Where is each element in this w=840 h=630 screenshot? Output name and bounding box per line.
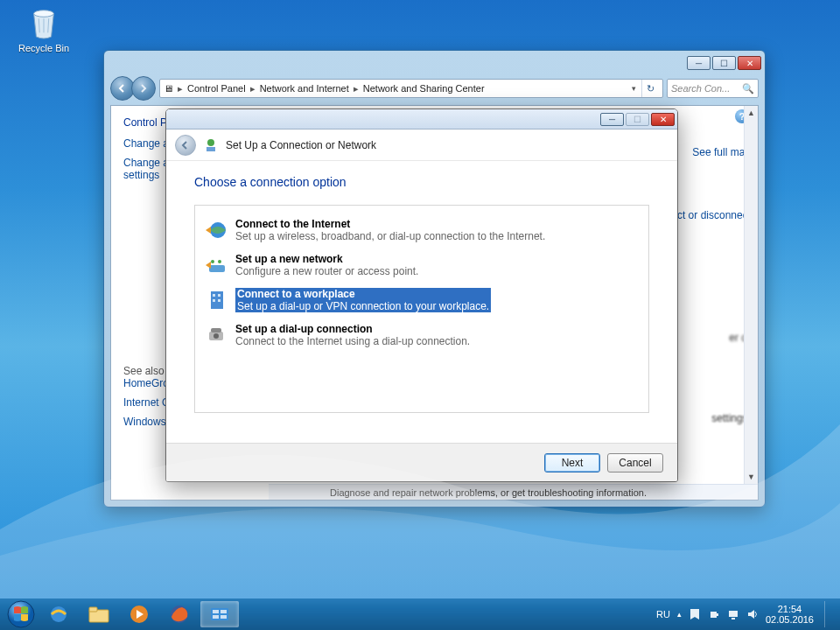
close-button[interactable]: ✕ <box>738 56 761 70</box>
clock-date: 02.05.2016 <box>766 614 814 625</box>
scroll-down-icon[interactable]: ▼ <box>745 470 758 484</box>
globe-icon <box>204 218 228 242</box>
language-indicator[interactable]: RU <box>656 609 670 620</box>
option-desc: Connect to the Internet using a dial-up … <box>235 335 470 347</box>
svg-rect-8 <box>213 294 215 297</box>
wizard-heading: Choose a connection option <box>194 175 649 189</box>
wizard-title: Set Up a Connection or Network <box>226 139 376 151</box>
svg-rect-18 <box>89 607 97 612</box>
taskbar: RU ▴ 21:54 02.05.2016 <box>0 598 840 630</box>
breadcrumb[interactable]: 🖥 ▸ Control Panel ▸ Network and Internet… <box>159 79 663 98</box>
close-button[interactable]: ✕ <box>651 113 675 126</box>
show-desktop-button[interactable] <box>824 601 831 627</box>
next-button[interactable]: Next <box>544 453 600 472</box>
svg-point-6 <box>218 260 221 263</box>
svg-rect-2 <box>206 147 215 151</box>
option-title: Connect to a workplace <box>235 288 357 300</box>
wizard-titlebar[interactable]: ─ ☐ ✕ <box>166 109 677 130</box>
chevron-right-icon[interactable]: ▸ <box>250 83 256 94</box>
scroll-up-icon[interactable]: ▲ <box>745 106 758 120</box>
maximize-button[interactable]: ☐ <box>712 56 736 70</box>
address-bar-row: 🖥 ▸ Control Panel ▸ Network and Internet… <box>110 75 759 102</box>
svg-rect-11 <box>218 299 220 302</box>
search-input[interactable]: Search Con... 🔍 <box>667 79 759 98</box>
option-desc: Set up a wireless, broadband, or dial-up… <box>235 230 545 242</box>
building-icon <box>204 288 228 312</box>
network-setup-icon <box>203 137 219 153</box>
volume-icon[interactable] <box>746 608 759 620</box>
clock[interactable]: 21:54 02.05.2016 <box>766 604 814 625</box>
option-title: Set up a new network <box>235 253 343 265</box>
breadcrumb-dropdown[interactable]: ▾ <box>627 84 640 93</box>
svg-rect-4 <box>209 265 225 272</box>
taskbar-firefox[interactable] <box>160 601 199 627</box>
refresh-icon[interactable]: ↻ <box>641 80 659 97</box>
start-button[interactable] <box>4 598 38 630</box>
wizard-header: Set Up a Connection or Network <box>166 130 677 161</box>
chevron-right-icon[interactable]: ▸ <box>178 83 183 94</box>
minimize-button[interactable]: ─ <box>600 113 624 126</box>
svg-rect-24 <box>213 615 219 619</box>
clock-time: 21:54 <box>766 604 814 614</box>
option-desc: Set up a dial-up or VPN connection to yo… <box>235 300 491 312</box>
svg-rect-9 <box>218 294 220 297</box>
breadcrumb-item[interactable]: Control Panel <box>187 83 246 94</box>
scrollbar[interactable]: ▲ ▼ <box>744 106 758 484</box>
svg-rect-28 <box>729 611 738 617</box>
chevron-right-icon[interactable]: ▸ <box>354 83 359 94</box>
recycle-bin-icon <box>27 5 60 40</box>
option-desc: Configure a new router or access point. <box>235 265 418 277</box>
taskbar-explorer[interactable] <box>80 601 118 627</box>
maximize-button: ☐ <box>626 113 649 126</box>
taskbar-ie[interactable] <box>39 601 78 627</box>
svg-rect-25 <box>220 615 227 619</box>
search-icon: 🔍 <box>742 83 754 94</box>
breadcrumb-item[interactable]: Network and Sharing Center <box>363 83 485 94</box>
wizard-footer: Next Cancel <box>166 443 677 481</box>
wizard-back-button[interactable] <box>175 135 196 156</box>
svg-rect-29 <box>732 618 735 620</box>
network-icon[interactable] <box>727 608 739 620</box>
action-center-icon[interactable] <box>689 608 701 620</box>
breadcrumb-item[interactable]: Network and Internet <box>260 83 349 94</box>
power-icon[interactable] <box>708 608 720 620</box>
option-title: Connect to the Internet <box>235 218 350 230</box>
svg-rect-22 <box>213 610 219 613</box>
forward-button[interactable] <box>131 76 156 101</box>
connection-wizard: ─ ☐ ✕ Set Up a Connection or Network Cho… <box>165 108 678 482</box>
svg-point-1 <box>207 139 214 146</box>
svg-rect-10 <box>213 299 215 302</box>
taskbar-mediaplayer[interactable] <box>120 601 158 627</box>
router-icon <box>204 253 228 277</box>
option-title: Set up a dial-up connection <box>235 323 373 335</box>
options-list: Connect to the InternetSet up a wireless… <box>194 205 649 413</box>
svg-rect-13 <box>211 328 221 332</box>
svg-rect-23 <box>220 610 227 613</box>
option-connect-internet[interactable]: Connect to the InternetSet up a wireless… <box>195 213 648 248</box>
option-new-network[interactable]: Set up a new networkConfigure a new rout… <box>195 248 648 283</box>
footer-hint: Diagnose and repair network problems, or… <box>269 484 758 500</box>
option-dialup[interactable]: Set up a dial-up connectionConnect to th… <box>195 318 648 353</box>
svg-point-14 <box>214 333 219 339</box>
cancel-button[interactable]: Cancel <box>607 453 663 472</box>
svg-point-0 <box>34 10 54 18</box>
search-placeholder: Search Con... <box>671 83 730 94</box>
svg-point-5 <box>211 260 214 263</box>
svg-rect-26 <box>710 612 717 618</box>
explorer-titlebar[interactable]: ─ ☐ ✕ <box>104 51 765 75</box>
svg-rect-27 <box>717 613 718 616</box>
option-workplace[interactable]: Connect to a workplaceSet up a dial-up o… <box>195 283 648 318</box>
system-tray: RU ▴ 21:54 02.05.2016 <box>656 601 836 627</box>
recycle-bin-label: Recycle Bin <box>18 43 69 53</box>
recycle-bin[interactable]: Recycle Bin <box>13 5 74 53</box>
taskbar-control-panel[interactable] <box>200 601 239 627</box>
show-hidden-icon[interactable]: ▴ <box>677 610 682 619</box>
minimize-button[interactable]: ─ <box>687 56 710 70</box>
full-map-link[interactable]: See full map <box>692 146 751 158</box>
computer-icon: 🖥 <box>164 83 173 94</box>
phone-icon <box>204 323 228 347</box>
